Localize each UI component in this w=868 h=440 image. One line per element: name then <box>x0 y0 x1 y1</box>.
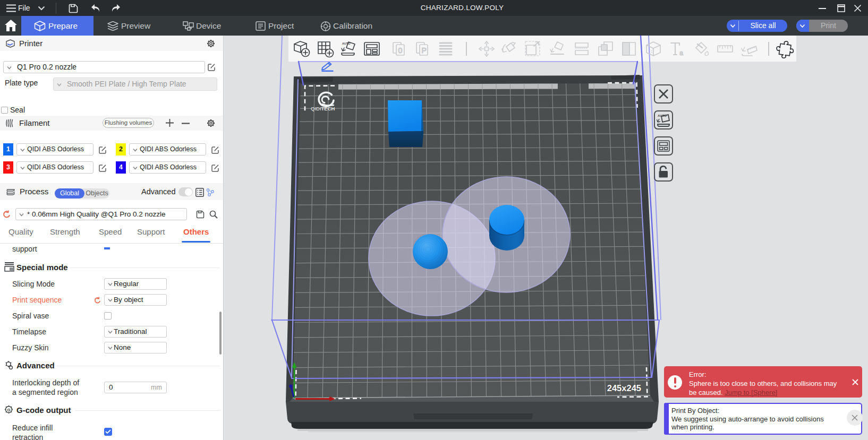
svg-text:AUTO: AUTO <box>658 114 667 117</box>
svg-text:245x245: 245x245 <box>607 383 641 393</box>
svg-text:a: a <box>679 49 684 57</box>
svg-text:P: P <box>422 46 427 55</box>
svg-text:AUTO: AUTO <box>342 42 351 45</box>
svg-text:QIDITECH: QIDITECH <box>311 106 335 111</box>
svg-text:0: 0 <box>398 46 403 55</box>
svg-text:G: G <box>7 408 10 412</box>
